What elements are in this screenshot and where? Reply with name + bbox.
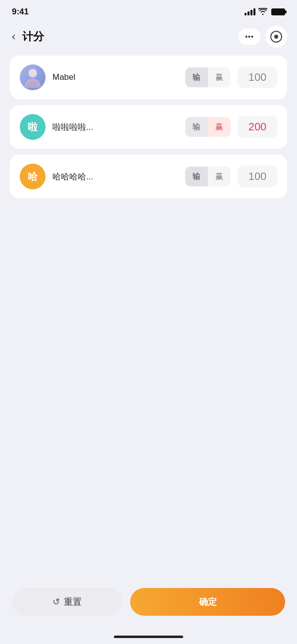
nav-left: ‹ 计分 — [10, 28, 44, 45]
toggle-group-a: 输 赢 — [185, 117, 231, 137]
score-box-a: 200 — [238, 116, 277, 138]
win-button-a[interactable]: 赢 — [208, 117, 231, 137]
player-name-ha: 哈哈哈哈... — [52, 171, 178, 182]
nav-right: ••• — [239, 26, 287, 48]
wifi-icon — [258, 8, 267, 16]
player-name-a: 啦啦啦啦... — [52, 121, 178, 133]
players-list: Mabel 输 赢 100 啦 啦啦啦啦... 输 赢 200 哈 哈哈哈哈..… — [0, 56, 297, 198]
more-button[interactable]: ••• — [239, 28, 260, 45]
page-title: 计分 — [22, 29, 44, 44]
confirm-label: 确定 — [199, 596, 217, 608]
lose-button-mabel[interactable]: 输 — [185, 67, 208, 87]
avatar-mabel — [20, 64, 46, 90]
status-bar: 9:41 — [0, 0, 297, 22]
home-indicator — [114, 636, 183, 638]
status-icons — [245, 8, 285, 16]
battery-icon — [271, 8, 285, 15]
nav-bar: ‹ 计分 ••• — [0, 22, 297, 56]
player-card-a: 啦 啦啦啦啦... 输 赢 200 — [10, 105, 287, 149]
reset-icon: ↺ — [52, 596, 60, 607]
player-name-mabel: Mabel — [52, 72, 178, 82]
toggle-group-mabel: 输 赢 — [185, 67, 231, 87]
avatar-a: 啦 — [20, 114, 46, 140]
score-box-mabel: 100 — [238, 66, 277, 88]
reset-button[interactable]: ↺ 重置 — [12, 588, 122, 616]
svg-point-1 — [29, 69, 37, 77]
score-value-mabel: 100 — [248, 71, 267, 84]
lose-button-a[interactable]: 输 — [185, 117, 208, 137]
lose-button-ha[interactable]: 输 — [185, 167, 208, 186]
score-box-ha: 100 — [238, 166, 277, 187]
avatar-text-ha: 哈 — [28, 170, 38, 183]
status-time: 9:41 — [12, 7, 29, 17]
player-card-mabel: Mabel 输 赢 100 — [10, 56, 287, 99]
confirm-button[interactable]: 确定 — [130, 588, 285, 616]
score-value-ha: 100 — [248, 170, 267, 183]
back-button[interactable]: ‹ — [10, 28, 17, 45]
player-card-ha: 哈 哈哈哈哈... 输 赢 100 — [10, 155, 287, 198]
score-value-a: 200 — [248, 120, 267, 133]
avatar-text-a: 啦 — [28, 120, 38, 134]
avatar-ha: 哈 — [20, 164, 46, 189]
toggle-group-ha: 输 赢 — [185, 167, 231, 186]
record-button[interactable] — [265, 26, 287, 48]
signal-icon — [245, 8, 255, 15]
bottom-bar: ↺ 重置 确定 — [0, 578, 297, 636]
win-button-ha[interactable]: 赢 — [208, 167, 231, 186]
record-icon — [270, 31, 282, 43]
win-button-mabel[interactable]: 赢 — [208, 67, 231, 87]
reset-label: 重置 — [64, 596, 82, 608]
